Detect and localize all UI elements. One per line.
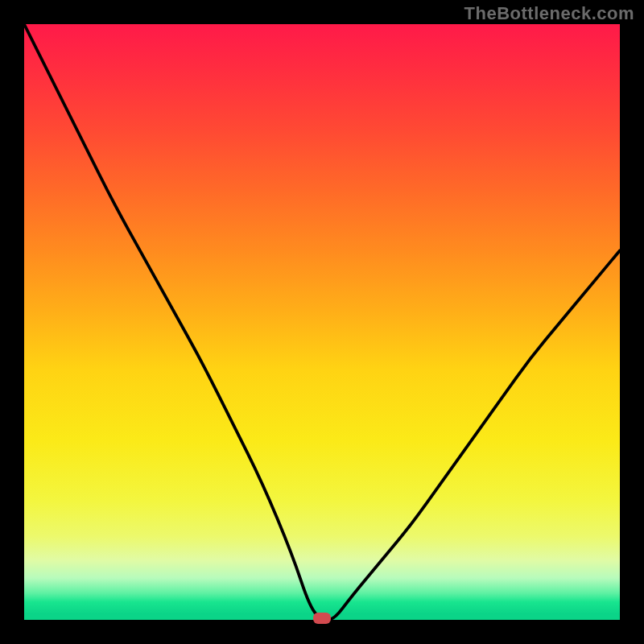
chart-frame: TheBottleneck.com: [0, 0, 644, 644]
plot-area: [24, 24, 620, 620]
curve-svg: [24, 24, 620, 620]
optimum-marker: [313, 613, 331, 624]
bottleneck-curve-path: [24, 24, 620, 620]
watermark-text: TheBottleneck.com: [464, 3, 634, 24]
